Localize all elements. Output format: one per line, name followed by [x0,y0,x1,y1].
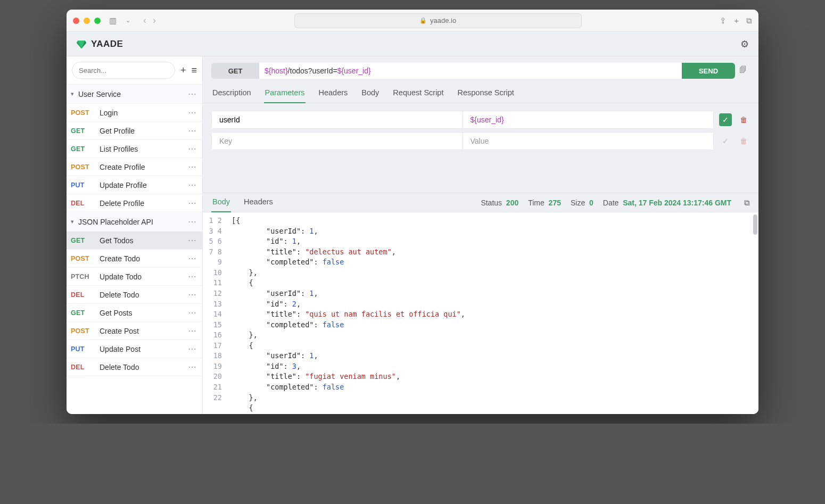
sidebar-toggle-icon[interactable]: ▥ [107,16,119,26]
chevron-down-icon: ▾ [71,90,74,97]
tab-headers[interactable]: Headers [317,84,349,103]
logo-icon [76,39,87,49]
share-icon[interactable]: ⇪ [720,16,727,26]
tab-request-script[interactable]: Request Script [392,84,444,103]
scrollbar-thumb[interactable] [753,214,757,235]
response-body-editor[interactable]: 1 2 3 4 5 6 7 8 9 10 11 12 13 14 15 16 1… [203,212,758,414]
request-item[interactable]: GETGet Posts⋯ [67,304,202,322]
request-item[interactable]: POSTCreate Profile⋯ [67,158,202,176]
request-menu-button[interactable]: ⋯ [188,271,197,282]
line-gutter: 1 2 3 4 5 6 7 8 9 10 11 12 13 14 15 16 1… [203,212,226,414]
request-item[interactable]: PUTUpdate Profile⋯ [67,176,202,194]
param-value-input[interactable] [463,111,714,128]
request-name: Update Todo [100,272,142,281]
request-item[interactable]: PTCHUpdate Todo⋯ [67,268,202,286]
collection-name: JSON Placeholder API [78,218,153,226]
search-input[interactable] [72,62,175,79]
add-button[interactable]: + [180,64,186,77]
param-row: ✓🗑 [211,111,750,129]
request-menu-button[interactable]: ⋯ [188,126,197,136]
param-enable-toggle[interactable]: ✓ [719,113,732,126]
collection-menu-button[interactable]: ⋯ [188,217,197,227]
request-item[interactable]: POSTCreate Todo⋯ [67,250,202,268]
url-input[interactable]: ${host} /todos?userId= ${user_id} [259,63,682,79]
tab-parameters[interactable]: Parameters [264,84,306,103]
tab-response-script[interactable]: Response Script [456,84,515,103]
status-value: 200 [506,199,518,207]
menu-button[interactable]: ≡ [192,64,197,77]
request-item[interactable]: DELDelete Todo⋯ [67,286,202,304]
param-delete-button[interactable]: 🗑 [737,135,750,147]
request-item[interactable]: GETList Profiles⋯ [67,140,202,158]
method-select[interactable]: GET [211,63,259,79]
request-name: List Profiles [100,145,138,153]
request-item[interactable]: DELDelete Todo⋯ [67,358,202,376]
param-row: ✓🗑 [211,132,750,150]
param-delete-button[interactable]: 🗑 [737,113,750,126]
request-menu-button[interactable]: ⋯ [188,162,197,172]
close-window-button[interactable] [73,18,79,24]
forward-button[interactable]: › [153,15,156,26]
param-value-input[interactable] [463,133,714,150]
request-menu-button[interactable]: ⋯ [188,198,197,208]
request-menu-button[interactable]: ⋯ [188,308,197,318]
chevron-down-icon[interactable]: ⌄ [122,17,134,24]
request-menu-button[interactable]: ⋯ [188,253,197,263]
request-menu-button[interactable]: ⋯ [188,235,197,245]
app-header: YAADE ⚙ [67,32,758,56]
date-value: Sat, 17 Feb 2024 13:17:46 GMT [623,199,731,207]
request-menu-button[interactable]: ⋯ [188,180,197,190]
zoom-window-button[interactable] [94,18,101,24]
date-label: Date [603,199,619,207]
request-menu-button[interactable]: ⋯ [188,362,197,372]
request-method: POST [71,163,94,171]
tab-description[interactable]: Description [211,84,252,103]
request-menu-button[interactable]: ⋯ [188,344,197,354]
back-button[interactable]: ‹ [143,15,146,26]
request-name: Update Profile [100,181,147,189]
request-item[interactable]: DELDelete Profile⋯ [67,194,202,212]
collection-header[interactable]: ▾User Service⋯ [67,85,202,104]
collection-menu-button[interactable]: ⋯ [188,89,197,99]
request-method: GET [71,237,94,244]
collection-header[interactable]: ▾JSON Placeholder API⋯ [67,212,202,232]
tab-body[interactable]: Body [360,84,380,103]
request-name: Delete Profile [100,199,144,208]
response-tab-body[interactable]: Body [211,193,231,212]
sidebar-list[interactable]: ▾User Service⋯POSTLogin⋯GETGet Profile⋯G… [67,85,202,414]
request-item[interactable]: POSTCreate Post⋯ [67,322,202,340]
request-method: DEL [71,291,94,299]
minimize-window-button[interactable] [84,18,90,24]
toolbar-right: ⇪ + ⧉ [720,16,752,26]
size-value: 0 [589,199,593,207]
request-item[interactable]: POSTLogin⋯ [67,104,202,122]
request-menu-button[interactable]: ⋯ [188,144,197,154]
lock-icon: 🔒 [419,17,427,24]
request-menu-button[interactable]: ⋯ [188,108,197,118]
copy-response-button[interactable]: ⧉ [744,198,750,208]
request-menu-button[interactable]: ⋯ [188,326,197,336]
send-button[interactable]: SEND [682,63,735,79]
address-bar[interactable]: 🔒 yaade.io [294,13,582,28]
param-key-input[interactable] [212,133,463,150]
request-method: DEL [71,363,94,371]
param-enable-toggle[interactable]: ✓ [719,135,732,147]
request-item[interactable]: PUTUpdate Post⋯ [67,340,202,358]
save-icon[interactable]: 🗐 [739,65,750,76]
toolbar-left: ▥ ⌄ [107,16,134,26]
request-name: Create Profile [100,163,145,171]
request-menu-button[interactable]: ⋯ [188,290,197,300]
new-tab-icon[interactable]: + [734,16,739,26]
tabs-icon[interactable]: ⧉ [746,16,752,26]
param-key-input[interactable] [212,111,463,128]
status-label: Status [481,199,502,207]
request-method: POST [71,109,94,117]
response-tabs: BodyHeaders [211,193,274,212]
request-method: POST [71,327,94,335]
request-item[interactable]: GETGet Todos⋯ [67,232,202,250]
response-tab-headers[interactable]: Headers [243,193,274,212]
request-item[interactable]: GETGet Profile⋯ [67,122,202,140]
settings-button[interactable]: ⚙ [740,38,749,50]
request-name: Login [100,109,118,117]
main-pane: GET ${host} /todos?userId= ${user_id} SE… [203,56,758,414]
